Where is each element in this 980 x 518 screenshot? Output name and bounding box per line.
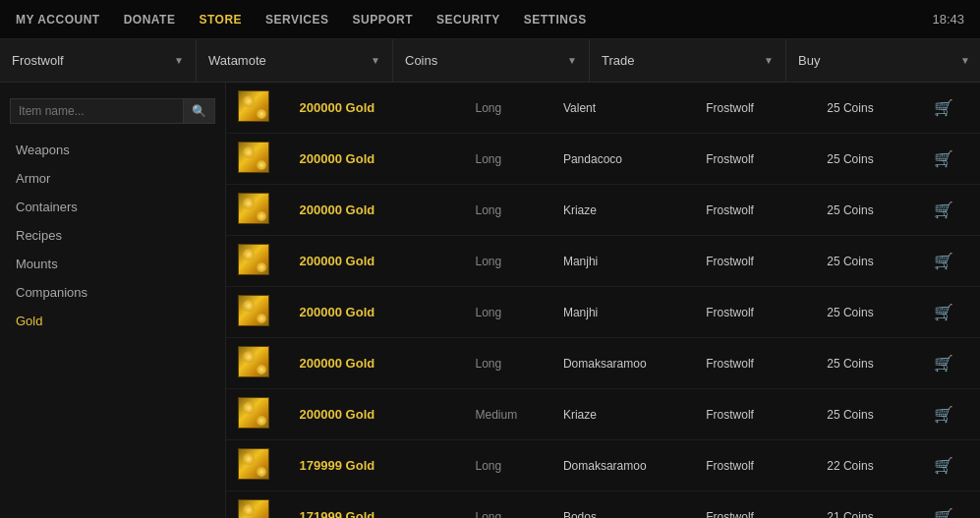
sidebar-item-containers[interactable]: Containers — [0, 193, 225, 221]
item-name: 200000 Gold — [300, 151, 375, 166]
item-duration: Medium — [476, 408, 518, 422]
item-name-cell: 200000 Gold — [288, 83, 464, 134]
nav-my-account[interactable]: MY ACCOUNT — [16, 13, 100, 27]
buy-button[interactable]: 🛒 — [926, 197, 961, 223]
item-icon — [238, 90, 269, 122]
buy-cell: 🛒 — [914, 389, 980, 440]
item-name: 200000 Gold — [300, 356, 375, 371]
nav-settings[interactable]: SETTINGS — [524, 13, 587, 27]
item-seller-cell: Bodos — [551, 491, 694, 519]
search-button[interactable]: 🔍 — [184, 98, 215, 124]
item-price: 25 Coins — [827, 408, 873, 422]
item-icon-cell — [226, 338, 288, 389]
item-duration-cell: Long — [464, 440, 551, 491]
nav-store[interactable]: STORE — [199, 13, 242, 27]
buy-button[interactable]: 🛒 — [926, 350, 961, 376]
item-duration-cell: Long — [464, 83, 551, 134]
table-row: 200000 Gold Long Valent Frostwolf 25 Coi… — [226, 83, 980, 134]
item-price: 25 Coins — [827, 152, 873, 166]
item-realm-cell: Frostwolf — [694, 491, 815, 519]
sidebar-item-armor[interactable]: Armor — [0, 164, 225, 193]
item-duration: Long — [476, 255, 502, 268]
buy-button[interactable]: 🛒 — [926, 503, 961, 518]
item-realm: Frostwolf — [706, 459, 754, 473]
item-name: 200000 Gold — [300, 407, 375, 422]
nav-support[interactable]: SUPPORT — [353, 13, 414, 27]
sidebar-item-companions[interactable]: Companions — [0, 278, 225, 307]
table-row: 200000 Gold Long Kriaze Frostwolf 25 Coi… — [226, 185, 980, 236]
item-seller-cell: Domaksaramoo — [551, 338, 694, 389]
item-price: 25 Coins — [827, 306, 873, 319]
item-icon — [238, 142, 269, 173]
coins-filter-chevron: ▼ — [567, 55, 577, 66]
item-duration: Long — [476, 357, 502, 371]
item-seller-cell: Kriaze — [551, 185, 694, 236]
item-icon — [238, 193, 269, 224]
item-realm: Frostwolf — [706, 255, 754, 268]
item-price-cell: 22 Coins — [815, 440, 914, 491]
item-name: 200000 Gold — [300, 100, 375, 115]
item-seller: Domaksaramoo — [563, 357, 647, 371]
buy-button[interactable]: 🛒 — [926, 248, 961, 274]
sidebar-item-weapons[interactable]: Weapons — [0, 136, 225, 164]
sidebar: 🔍 Weapons Armor Containers Recipes Mount… — [0, 83, 226, 518]
item-duration-cell: Long — [464, 134, 551, 185]
item-icon — [238, 397, 269, 429]
item-seller: Kriaze — [563, 408, 597, 422]
clock: 18:43 — [932, 12, 964, 27]
table-row: 179999 Gold Long Domaksaramoo Frostwolf … — [226, 440, 980, 491]
item-name-cell: 200000 Gold — [288, 185, 464, 236]
name-filter[interactable]: Watamote ▼ — [197, 39, 393, 82]
content-area[interactable]: 200000 Gold Long Valent Frostwolf 25 Coi… — [226, 83, 980, 518]
sidebar-item-recipes[interactable]: Recipes — [0, 221, 225, 250]
sidebar-item-gold[interactable]: Gold — [0, 307, 225, 335]
item-price-cell: 25 Coins — [815, 287, 914, 338]
item-realm: Frostwolf — [706, 408, 754, 422]
main-layout: 🔍 Weapons Armor Containers Recipes Mount… — [0, 83, 980, 518]
name-filter-chevron: ▼ — [371, 55, 380, 66]
item-price-cell: 25 Coins — [815, 338, 914, 389]
item-icon-cell — [226, 440, 288, 491]
item-name: 200000 Gold — [300, 305, 375, 319]
buy-button[interactable]: 🛒 — [926, 401, 961, 428]
realm-filter[interactable]: Frostwolf ▼ — [0, 39, 197, 82]
sidebar-item-mounts[interactable]: Mounts — [0, 250, 225, 278]
buy-button[interactable]: 🛒 — [926, 299, 961, 325]
item-icon-cell — [226, 185, 288, 236]
item-duration-cell: Long — [464, 287, 551, 338]
table-row: 200000 Gold Long Domaksaramoo Frostwolf … — [226, 338, 980, 389]
item-name-cell: 200000 Gold — [288, 134, 464, 185]
search-area: 🔍 — [10, 98, 215, 124]
item-seller-cell: Pandacoco — [551, 134, 694, 185]
item-realm-cell: Frostwolf — [694, 338, 815, 389]
buy-button[interactable]: 🛒 — [926, 145, 961, 172]
item-seller: Pandacoco — [563, 152, 622, 166]
buy-filter[interactable]: Buy ▼ — [786, 39, 980, 82]
buy-button[interactable]: 🛒 — [926, 452, 961, 479]
buy-cell: 🛒 — [914, 440, 980, 491]
item-realm-cell: Frostwolf — [694, 236, 815, 287]
item-duration: Long — [476, 306, 502, 319]
buy-button[interactable]: 🛒 — [926, 94, 961, 121]
item-seller: Kriaze — [563, 203, 597, 217]
item-duration: Long — [476, 101, 502, 115]
item-seller: Bodos — [563, 510, 597, 518]
buy-cell: 🛒 — [914, 236, 980, 287]
item-name-cell: 200000 Gold — [288, 236, 464, 287]
trade-filter[interactable]: Trade ▼ — [590, 39, 786, 82]
item-realm: Frostwolf — [706, 306, 754, 319]
trade-filter-label: Trade — [602, 53, 634, 68]
item-name: 171999 Gold — [300, 509, 375, 518]
coins-filter[interactable]: Coins ▼ — [393, 39, 590, 82]
buy-cell: 🛒 — [914, 185, 980, 236]
nav-services[interactable]: SERVICES — [265, 13, 328, 27]
nav-donate[interactable]: DONATE — [124, 13, 176, 27]
item-name: 200000 Gold — [300, 254, 375, 268]
realm-filter-chevron: ▼ — [174, 55, 184, 66]
search-input[interactable] — [10, 98, 184, 124]
nav-security[interactable]: SECURITY — [436, 13, 500, 27]
item-realm-cell: Frostwolf — [694, 440, 815, 491]
item-icon — [238, 244, 269, 275]
item-seller-cell: Kriaze — [551, 389, 694, 440]
item-seller-cell: Manjhi — [551, 287, 694, 338]
